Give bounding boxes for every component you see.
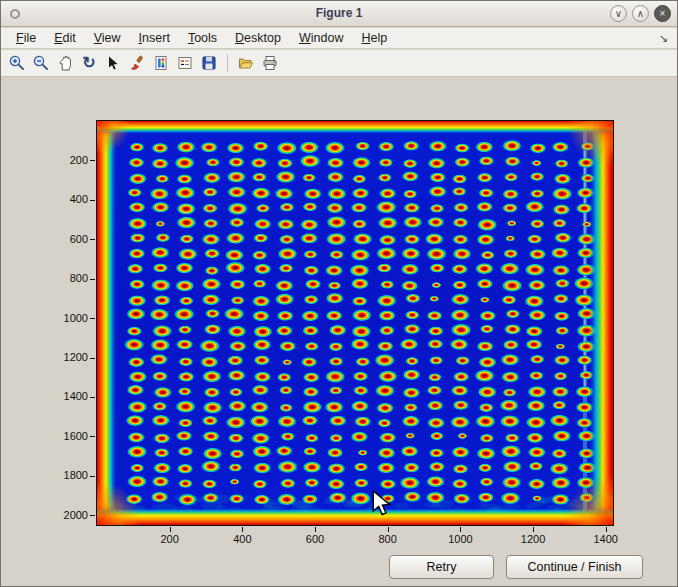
y-tick-label: 1800 (46, 469, 88, 481)
hand-icon (56, 54, 74, 72)
close-button[interactable]: × (654, 5, 671, 22)
y-tick-label: 600 (46, 233, 88, 245)
y-tick-label: 1400 (46, 390, 88, 402)
x-tick-mark (388, 527, 389, 532)
x-tick-label: 1200 (511, 533, 555, 545)
menu-window[interactable]: Window (290, 29, 352, 47)
y-tick-mark (90, 397, 95, 398)
print-button[interactable] (259, 52, 281, 74)
x-tick-label: 200 (148, 533, 192, 545)
menu-help[interactable]: Help (352, 29, 396, 47)
x-tick-mark (606, 527, 607, 532)
colorbar-icon (152, 54, 170, 72)
toolbar-separator (227, 54, 228, 72)
open-button[interactable] (235, 52, 257, 74)
heatmap-image[interactable] (97, 121, 613, 525)
legend-icon (176, 54, 194, 72)
brush-button[interactable] (126, 52, 148, 74)
menu-overflow-icon[interactable]: ↘ (659, 32, 677, 45)
y-tick-label: 800 (46, 272, 88, 284)
colorbar-button[interactable] (150, 52, 172, 74)
printer-icon (261, 54, 279, 72)
x-tick-mark (460, 527, 461, 532)
menu-insert[interactable]: Insert (130, 29, 179, 47)
data-cursor-icon (104, 54, 122, 72)
shade-button[interactable]: ∨ (610, 5, 627, 22)
maximize-button[interactable]: ∧ (632, 5, 649, 22)
y-tick-mark (90, 318, 95, 319)
y-tick-mark (90, 436, 95, 437)
menu-view[interactable]: View (85, 29, 130, 47)
y-tick-mark (90, 358, 95, 359)
save-icon (200, 54, 218, 72)
menu-tools[interactable]: Tools (179, 29, 226, 47)
y-tick-mark (90, 239, 95, 240)
y-tick-label: 2000 (46, 509, 88, 521)
zoom-out-button[interactable] (30, 52, 52, 74)
zoom-out-icon (32, 54, 50, 72)
pan-button[interactable] (54, 52, 76, 74)
menu-file[interactable]: File (7, 29, 45, 47)
data-cursor-button[interactable] (102, 52, 124, 74)
y-tick-label: 1000 (46, 312, 88, 324)
y-tick-mark (90, 160, 95, 161)
continue-finish-button[interactable]: Continue / Finish (506, 555, 643, 579)
plot-area[interactable] (96, 120, 614, 526)
x-tick-mark (170, 527, 171, 532)
window-title: Figure 1 (1, 6, 677, 20)
zoom-in-button[interactable] (6, 52, 28, 74)
x-tick-label: 400 (220, 533, 264, 545)
x-tick-mark (533, 527, 534, 532)
menu-desktop[interactable]: Desktop (226, 29, 290, 47)
y-tick-mark (90, 476, 95, 477)
y-tick-label: 1600 (46, 430, 88, 442)
zoom-in-icon (8, 54, 26, 72)
x-tick-mark (242, 527, 243, 532)
y-tick-mark (90, 515, 95, 516)
open-folder-icon (237, 54, 255, 72)
figure-window: Figure 1 ∨∧× FileEditViewInsertToolsDesk… (0, 0, 678, 587)
x-tick-label: 600 (293, 533, 337, 545)
rotate-3d-button[interactable]: ↻ (78, 52, 100, 74)
brush-icon (128, 54, 146, 72)
x-tick-label: 1400 (584, 533, 628, 545)
legend-button[interactable] (174, 52, 196, 74)
save-button[interactable] (198, 52, 220, 74)
menu-edit[interactable]: Edit (45, 29, 85, 47)
toolbar: ↻ (1, 50, 677, 77)
rotate-3d-icon: ↻ (82, 55, 95, 71)
y-tick-mark (90, 279, 95, 280)
retry-button[interactable]: Retry (389, 555, 494, 579)
title-bar[interactable]: Figure 1 ∨∧× (1, 1, 677, 27)
y-tick-label: 1200 (46, 351, 88, 363)
menu-bar: FileEditViewInsertToolsDesktopWindowHelp… (1, 28, 677, 49)
x-tick-label: 800 (366, 533, 410, 545)
y-tick-label: 400 (46, 193, 88, 205)
window-controls: ∨∧× (610, 5, 671, 22)
x-tick-mark (315, 527, 316, 532)
y-tick-label: 200 (46, 154, 88, 166)
y-tick-mark (90, 200, 95, 201)
x-tick-label: 1000 (438, 533, 482, 545)
